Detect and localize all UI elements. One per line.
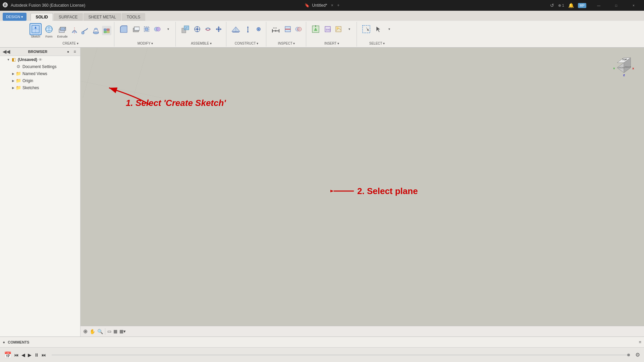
create-group-label[interactable]: CREATE ▾ [62,42,78,45]
grid-icon[interactable]: ▦ [113,329,117,334]
document-icon: ◧ [11,57,17,62]
revolve-tool[interactable] [70,26,79,35]
play-btn[interactable]: ▶ [28,352,32,358]
document-eye-icon[interactable]: 👁 [39,58,42,62]
select-tool[interactable] [360,23,372,35]
assemble-new-component[interactable] [179,23,191,35]
browser-show-hide-icon[interactable]: ● [65,49,71,54]
step1-text: 1. Select 'Create Sketch' [126,98,226,108]
insert-dropdown[interactable]: ▾ [344,24,354,34]
tree-item-sketches[interactable]: ▶ 📁 Sketches [0,84,80,91]
tab-tools[interactable]: TOOLS [122,13,145,21]
insert-derive[interactable] [310,23,322,35]
svg-text:Z: Z [623,74,625,77]
new-tab-btn[interactable]: + [337,3,339,8]
pause-btn[interactable]: ⏸ [34,352,39,358]
browser-header: ◀◀ BROWSER ● ≡ [0,48,80,56]
view-cube[interactable]: TOP RIGHT FRONT X Y Z [610,51,637,78]
more-create-tools[interactable] [102,26,111,35]
skip-to-start-btn[interactable]: ⏮ [14,352,19,358]
comments-icons: ≡ [639,340,641,345]
create-sketch-tool[interactable]: Sketch [30,23,42,39]
timeline-icon[interactable]: 📅 [4,351,11,359]
tree-item-named-views[interactable]: ▶ 📁 Named Views [0,70,80,77]
modify-group-label[interactable]: MODIFY ▾ [138,42,153,45]
ribbon-group-insert: SVG ▾ [307,22,357,47]
settings-icon: ⚙ [15,64,21,69]
tab-surface[interactable]: SURFACE [54,13,83,21]
insert-svg[interactable]: SVG [323,24,332,34]
browser-expand-icon[interactable]: ≡ [72,49,77,54]
sweep-tool[interactable] [80,26,90,35]
design-mode-button[interactable]: DESIGN ▾ [3,13,26,21]
assemble-move[interactable] [214,24,223,34]
browser-collapse-icon[interactable]: ◀◀ [3,49,10,54]
comments-expand-icon[interactable]: ≡ [639,340,641,345]
display-settings-icon[interactable]: ▦▾ [119,329,126,334]
viewport[interactable]: ✛ ✛ ✛ ✛ ✛ ✛ ✛ ✛ ✛ [80,48,644,337]
insert-group-label[interactable]: INSERT ▾ [324,42,339,45]
select-cursor[interactable] [374,24,383,34]
svg-point-47 [247,31,249,33]
bell-icon[interactable]: 🔔 [568,3,574,8]
app-title: Autodesk Fusion 360 (Education License) [11,3,85,8]
assemble-joint[interactable] [193,24,202,34]
ribbon-group-create: Sketch Form [27,22,114,47]
modify-combine-tool[interactable] [153,24,162,34]
tab-close-btn[interactable]: × [331,3,333,8]
modify-dropdown[interactable]: ▾ [163,24,173,34]
tree-item-doc-settings[interactable]: ⚙ Document Settings [0,63,80,70]
extrude-tool[interactable]: Extrude [56,23,68,39]
arrow-sketches: ▶ [11,86,15,89]
create-form-tool[interactable]: Form [43,23,55,39]
step-back-btn[interactable]: ◀ [21,352,25,358]
document-title: Untitled* [312,3,327,8]
refresh-btn[interactable]: ↺ [550,3,554,7]
construct-plane[interactable] [230,23,242,35]
svg-rect-18 [107,29,109,31]
select-dropdown[interactable]: ▾ [384,24,394,34]
account-btn[interactable]: ⊕ 1 [558,3,564,8]
minimize-btn[interactable]: — [591,0,606,11]
modify-scale-tool[interactable] [142,24,151,34]
close-btn[interactable]: × [626,0,641,11]
svg-text:!: ! [298,28,299,31]
construct-axis[interactable] [243,24,253,34]
assemble-motion-link[interactable] [203,24,213,34]
inspect-measure[interactable]: ⟷ [270,23,282,35]
inspect-group-label[interactable]: INSPECT ▾ [278,42,295,45]
modify-shell-tool[interactable] [131,24,141,34]
loft-tool[interactable] [91,26,101,35]
tree-item-origin[interactable]: ▶ 📁 Origin [0,77,80,84]
svg-point-27 [156,27,160,31]
inspect-section[interactable] [283,24,292,34]
svg-point-12 [82,32,84,34]
assemble-group-label[interactable]: ASSEMBLE ▾ [191,42,212,45]
zoom-icon[interactable]: 🔍 [97,329,103,334]
sketches-label: Sketches [22,85,39,90]
orbit-icon[interactable]: ⊕ [83,328,88,335]
svg-text:SVG: SVG [326,28,331,31]
modify-fillet-tool[interactable] [118,23,130,35]
insert-canvas[interactable] [334,24,343,34]
svg-line-94 [80,48,97,98]
svg-marker-39 [216,28,217,30]
maximize-btn[interactable]: □ [608,0,624,11]
skip-to-end-btn[interactable]: ⏭ [42,352,46,358]
user-avatar[interactable]: MP [578,3,586,8]
settings-expand-icon[interactable]: ⚙ [635,352,640,358]
browser-title: BROWSER [28,50,47,54]
ribbon-toolbar: Sketch Form [0,21,644,47]
pan-icon[interactable]: ✋ [90,329,95,334]
tab-solid[interactable]: SOLID [31,13,53,21]
construct-group-label[interactable]: CONSTRUCT ▾ [235,42,258,45]
inspect-interference[interactable]: ! [294,24,303,34]
arrow-origin: ▶ [11,79,15,82]
select-group-label[interactable]: SELECT ▾ [369,42,385,45]
view-display-icon[interactable]: ▭ [107,329,111,334]
comments-collapse-icon[interactable]: ● [3,340,5,345]
step2-arrow [330,184,357,198]
tab-sheet-metal[interactable]: SHEET METAL [84,13,121,21]
construct-point[interactable] [254,24,263,34]
tree-item-document[interactable]: ▼ ◧ (Unsaved) 👁 [0,56,80,63]
